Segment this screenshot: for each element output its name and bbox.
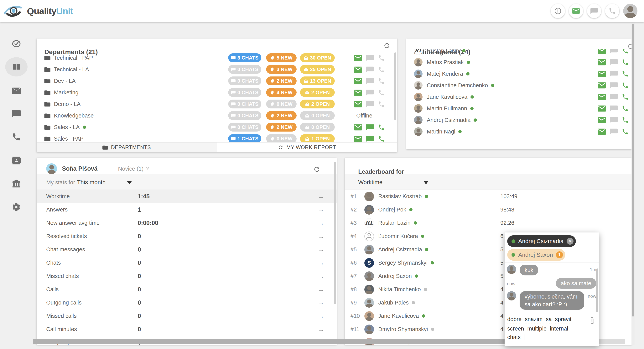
open-tickets-chip[interactable]: 30 OPEN xyxy=(300,53,335,62)
chat-icon[interactable] xyxy=(610,82,618,88)
chat-icon[interactable] xyxy=(366,78,374,84)
user-avatar[interactable] xyxy=(623,4,638,18)
sidebar-item-resolve[interactable] xyxy=(0,39,33,49)
stat-row[interactable]: Calls 0 → xyxy=(36,283,337,296)
department-row[interactable]: Demo - LA 0 CHATS 0 NEW 2 OPEN xyxy=(36,98,397,110)
stat-row[interactable]: Missed chats 0 → xyxy=(36,270,337,283)
sidebar-item-dashboard[interactable] xyxy=(0,62,33,72)
mail-icon[interactable] xyxy=(598,71,606,77)
calls-button[interactable] xyxy=(605,4,619,18)
metric-dropdown[interactable]: Worktime xyxy=(358,179,382,186)
stat-row[interactable]: Missed calls 0 → xyxy=(36,309,337,322)
chat-icon[interactable] xyxy=(610,117,618,123)
chat-input[interactable]: dobre snazim sa spravit screen multiple … xyxy=(504,312,599,346)
panel-scrollbar[interactable] xyxy=(394,52,396,120)
chat-icon[interactable] xyxy=(366,66,374,73)
mail-icon[interactable] xyxy=(354,136,362,142)
stat-row[interactable]: Answers 1 → xyxy=(36,203,337,216)
phone-icon[interactable] xyxy=(622,105,629,112)
chat-icon[interactable] xyxy=(610,71,618,77)
chats-button[interactable] xyxy=(587,4,601,18)
chat-icon[interactable] xyxy=(610,94,618,100)
agent-row[interactable]: Andrej Csizmadia xyxy=(406,114,632,126)
phone-icon[interactable] xyxy=(378,78,385,85)
mail-icon[interactable] xyxy=(598,94,606,100)
agent-row[interactable]: Matej Kendera xyxy=(406,68,632,80)
chevron-down-icon[interactable] xyxy=(127,181,132,184)
chats-chip[interactable]: 0 CHATS xyxy=(228,88,261,97)
chat-icon[interactable] xyxy=(366,90,374,96)
mail-icon[interactable] xyxy=(598,105,606,112)
mail-icon[interactable] xyxy=(354,124,362,130)
mail-icon[interactable] xyxy=(598,82,606,88)
chat-participant-chip[interactable]: Andrej Csizmadia × xyxy=(507,235,576,247)
sidebar-item-chats[interactable] xyxy=(0,109,33,119)
chats-chip[interactable]: 0 CHATS xyxy=(228,100,261,108)
agent-row[interactable]: Martin Pullmann xyxy=(406,103,632,114)
chat-icon[interactable] xyxy=(610,49,618,54)
new-ticket-button[interactable] xyxy=(551,4,565,18)
open-tickets-chip[interactable]: 2 OPEN xyxy=(300,100,335,108)
new-tickets-chip[interactable]: 3 NEW xyxy=(266,65,296,74)
new-tickets-chip[interactable]: 2 NEW xyxy=(266,76,296,85)
chat-icon[interactable] xyxy=(610,128,618,135)
open-tickets-chip[interactable]: 1 OPEN xyxy=(300,134,335,142)
agent-row[interactable]: Matus Prastiak xyxy=(406,56,632,68)
stat-row[interactable]: Outgoing calls 0 → xyxy=(36,296,337,309)
new-tickets-chip[interactable]: 4 NEW xyxy=(266,88,296,97)
department-row[interactable]: Knowledgebase 0 CHATS 2 NEW 0 OPEN xyxy=(36,110,397,121)
phone-icon[interactable] xyxy=(622,93,629,100)
help-icon[interactable]: ? xyxy=(146,166,149,172)
attach-file-button[interactable] xyxy=(588,317,596,326)
mail-icon[interactable] xyxy=(354,66,362,73)
phone-icon[interactable] xyxy=(622,82,629,89)
tab-departments[interactable]: DEPARTMENTS xyxy=(36,142,217,152)
agent-row[interactable]: Jane Kavulicova xyxy=(406,91,632,103)
chats-chip[interactable]: 0 CHATS xyxy=(228,111,261,120)
open-tickets-chip[interactable]: 25 OPEN xyxy=(300,65,335,74)
new-tickets-chip[interactable]: 0 NEW xyxy=(266,100,296,108)
phone-icon[interactable] xyxy=(622,116,629,124)
sidebar-item-tickets[interactable] xyxy=(0,86,33,96)
stat-row[interactable]: Resolved tickets 0 → xyxy=(36,230,337,243)
chats-chip[interactable]: 0 CHATS xyxy=(228,76,261,85)
open-tickets-chip[interactable]: 13 OPEN xyxy=(300,76,335,85)
mail-icon[interactable] xyxy=(354,90,362,96)
new-tickets-chip[interactable]: 2 NEW xyxy=(266,111,296,120)
refresh-button[interactable] xyxy=(383,42,390,49)
chats-chip[interactable]: 3 CHATS xyxy=(228,53,261,62)
scrollbar-thumb[interactable] xyxy=(632,24,634,316)
department-row[interactable]: Sales - LA 0 CHATS 2 NEW 0 OPEN xyxy=(36,121,397,133)
sidebar-item-contacts[interactable] xyxy=(0,156,33,166)
mail-icon[interactable] xyxy=(354,101,362,108)
phone-icon[interactable] xyxy=(378,124,385,131)
chat-icon[interactable] xyxy=(366,101,374,108)
phone-icon[interactable] xyxy=(622,58,629,66)
chat-scrollbar-thumb[interactable] xyxy=(596,268,598,312)
tab-my-work-report[interactable]: MY WORK REPORT xyxy=(217,142,397,152)
mail-icon[interactable] xyxy=(598,49,606,54)
stat-row[interactable]: Chat messages 0 → xyxy=(36,243,337,256)
new-tickets-chip[interactable]: 2 NEW xyxy=(266,123,296,132)
phone-icon[interactable] xyxy=(622,49,629,54)
department-row[interactable]: Sales - PAP 1 CHATS 0 NEW 1 OPEN xyxy=(36,133,397,142)
refresh-button[interactable] xyxy=(313,166,320,173)
mail-icon[interactable] xyxy=(598,59,606,66)
chats-chip[interactable]: 1 CHATS xyxy=(228,134,261,142)
phone-icon[interactable] xyxy=(378,135,385,142)
chat-icon[interactable] xyxy=(610,59,618,66)
sidebar-item-billing[interactable] xyxy=(0,178,33,188)
mail-icon[interactable] xyxy=(354,78,362,84)
close-icon[interactable]: × xyxy=(566,238,574,244)
sidebar-item-calls[interactable] xyxy=(0,132,33,142)
phone-icon[interactable] xyxy=(622,70,629,78)
open-tickets-chip[interactable]: 2 OPEN xyxy=(300,88,335,97)
department-row[interactable]: Technical - PAP 3 CHATS 5 NEW 30 OPEN xyxy=(36,52,397,64)
chat-icon[interactable] xyxy=(366,136,374,142)
emails-button[interactable] xyxy=(569,4,583,18)
agent-row[interactable]: Constantine Demchenko xyxy=(406,80,632,91)
mail-icon[interactable] xyxy=(598,128,606,135)
chats-chip[interactable]: 0 CHATS xyxy=(228,123,261,132)
phone-icon[interactable] xyxy=(622,128,629,135)
period-dropdown[interactable]: This month xyxy=(77,179,106,186)
